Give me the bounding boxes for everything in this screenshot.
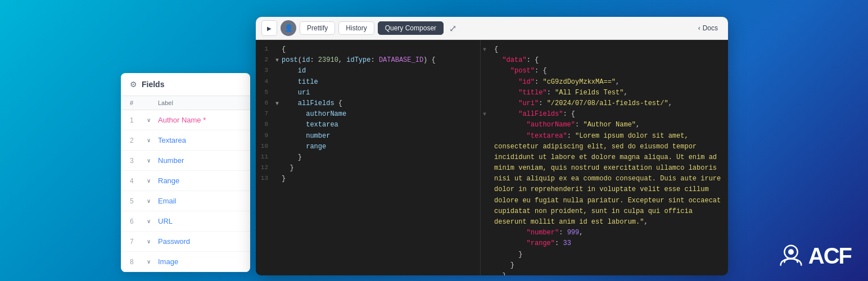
row-number: 6 (130, 217, 147, 225)
acf-logo: ACF (777, 242, 851, 270)
list-item[interactable]: 4 ∨ Range (121, 171, 250, 191)
code-line: 4 title (256, 77, 480, 88)
result-line: "id": "cG9zdDoyMzkxMA==", (481, 77, 728, 88)
list-item[interactable]: 7 ∨ Password (121, 232, 250, 252)
field-label: Author Name * (158, 116, 241, 124)
svg-point-1 (788, 249, 794, 255)
chevron-down-icon[interactable]: ∨ (147, 137, 158, 143)
list-item[interactable]: 3 ∨ Number (121, 151, 250, 171)
query-composer-button[interactable]: Query Composer (378, 21, 444, 35)
result-line: "number": 999, (481, 228, 728, 238)
chevron-down-icon[interactable]: ∨ (147, 218, 158, 224)
col-num: # (130, 99, 147, 106)
list-item[interactable]: 1 ∨ Author Name * (121, 110, 250, 130)
acf-text: ACF (808, 243, 851, 269)
result-line: "authorName": "Author Name", (481, 120, 728, 130)
code-line: 2 ▼ post(id: 23910, idType: DATABASE_ID)… (256, 55, 480, 66)
chevron-down-icon[interactable]: ∨ (147, 238, 158, 244)
field-label: Email (158, 197, 241, 205)
result-line: ▼ { (481, 44, 728, 55)
result-line: "range": 33 (481, 238, 728, 249)
chevron-left-icon: ‹ (698, 24, 700, 32)
row-number: 4 (130, 177, 147, 185)
code-line: 5 uri (256, 88, 480, 98)
code-line: 6 ▼ allFields { (256, 98, 480, 109)
field-label: Textarea (158, 136, 241, 144)
result-line: } (481, 250, 728, 260)
result-line: }, (481, 271, 728, 275)
gear-icon: ⚙ (130, 80, 137, 89)
col-label: Label (158, 99, 241, 106)
chevron-down-icon[interactable]: ∨ (147, 157, 158, 164)
query-pane[interactable]: 1 { 2 ▼ post(id: 23910, idType: DATABASE… (256, 40, 481, 275)
result-line: "uri": "/2024/07/08/all-fields-test/", (481, 98, 728, 109)
code-line: 13 } (256, 174, 480, 184)
editor-toolbar: ▶ 👤 Prettify History Query Composer ⤢ ‹ … (256, 17, 728, 40)
result-line: "textarea": "Lorem ipsum dolor sit amet,… (481, 131, 728, 228)
chevron-down-icon[interactable]: ∨ (147, 198, 158, 204)
code-line: 1 { (256, 44, 480, 55)
result-line: ▼ "allFields": { (481, 109, 728, 120)
list-item[interactable]: 5 ∨ Email (121, 191, 250, 211)
chevron-down-icon[interactable]: ∨ (147, 117, 158, 123)
editor-panel: ▶ 👤 Prettify History Query Composer ⤢ ‹ … (256, 17, 728, 275)
result-line: "post": { (481, 66, 728, 76)
list-item[interactable]: 6 ∨ URL (121, 211, 250, 232)
row-number: 2 (130, 137, 147, 144)
row-number: 5 (130, 197, 147, 205)
fullscreen-icon[interactable]: ⤢ (449, 23, 456, 34)
field-label: Password (158, 237, 241, 246)
editor-area: 1 { 2 ▼ post(id: 23910, idType: DATABASE… (256, 40, 728, 275)
row-number: 3 (130, 157, 147, 165)
field-label: URL (158, 217, 241, 225)
fields-header: ⚙ Fields (121, 73, 250, 96)
fields-panel: ⚙ Fields # Label 1 ∨ Author Name * 2 ∨ T… (121, 73, 250, 272)
field-label: Image (158, 257, 241, 266)
fields-title: Fields (142, 80, 164, 89)
field-label: Number (158, 156, 241, 165)
row-number: 8 (130, 258, 147, 266)
chevron-down-icon[interactable]: ∨ (147, 259, 158, 265)
prettify-button[interactable]: Prettify (300, 21, 335, 35)
play-button[interactable]: ▶ (261, 20, 277, 36)
field-label: Range (158, 176, 241, 185)
result-line: } (481, 260, 728, 271)
docs-button[interactable]: ‹ Docs (694, 22, 722, 34)
code-line: 10 range (256, 142, 480, 152)
history-button[interactable]: History (338, 21, 374, 35)
chevron-down-icon[interactable]: ∨ (147, 178, 158, 184)
code-line: 11 } (256, 152, 480, 163)
avatar: 👤 (281, 20, 296, 36)
result-pane[interactable]: ▼ { "data": { "post": { "id": "cG9zdDoyM… (481, 40, 728, 275)
docs-label: Docs (703, 24, 718, 32)
list-item[interactable]: 8 ∨ Image (121, 252, 250, 272)
code-line: 7 authorName (256, 109, 480, 120)
result-line: "data": { (481, 55, 728, 66)
col-chevron (147, 99, 158, 106)
code-line: 8 textarea (256, 120, 480, 130)
fields-table-header: # Label (121, 96, 250, 110)
list-item[interactable]: 2 ∨ Textarea (121, 130, 250, 151)
row-number: 1 (130, 116, 147, 124)
row-number: 7 (130, 238, 147, 246)
acf-logo-icon (777, 242, 805, 270)
code-line: 3 id (256, 66, 480, 76)
code-line: 12 } (256, 163, 480, 174)
result-line: "title": "All Fields Test", (481, 88, 728, 98)
code-line: 9 number (256, 131, 480, 142)
